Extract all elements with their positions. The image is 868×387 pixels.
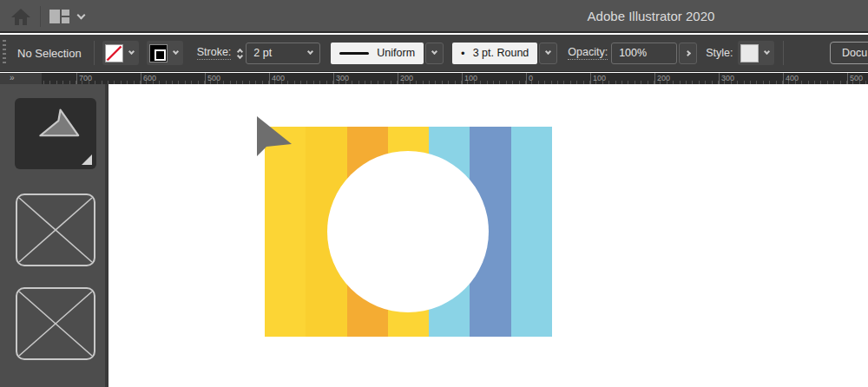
title-bar: Adobe Illustrator 2020	[0, 0, 868, 33]
width-profile-chevron-button[interactable]	[425, 43, 444, 64]
ruler-label: 200	[657, 73, 670, 83]
ruler-major-tick	[590, 73, 591, 84]
width-profile-value: Uniform	[377, 47, 415, 59]
ruler-label: 100	[593, 73, 606, 83]
mouse-cursor-icon	[253, 115, 292, 158]
stepper-down-icon[interactable]	[237, 53, 243, 59]
style-label: Style:	[706, 47, 733, 59]
control-bar: No Selection Stroke: 2 pt Uniform •	[0, 35, 868, 72]
ruler-label: 0	[529, 73, 533, 83]
ruler-label: 500	[850, 73, 863, 83]
ruler-label: 400	[272, 73, 285, 83]
ruler-label: 200	[400, 73, 413, 83]
drag-handle[interactable]	[3, 40, 6, 66]
ruler-major-tick	[847, 73, 848, 84]
brush-chevron-button[interactable]	[539, 43, 557, 64]
stroke-weight-value: 2 pt	[253, 47, 272, 59]
ruler-major-tick	[719, 73, 720, 84]
home-icon[interactable]	[10, 7, 31, 26]
empty-tool-slot[interactable]	[15, 193, 96, 267]
artwork-stripe[interactable]	[511, 127, 552, 337]
canvas[interactable]	[108, 84, 868, 387]
stroke-weight-stepper[interactable]	[238, 48, 242, 58]
tool-flyout-indicator	[82, 154, 92, 165]
ruler-major-tick	[462, 73, 463, 84]
empty-tool-slot[interactable]	[15, 286, 96, 361]
ruler-label: 400	[786, 73, 799, 83]
ruler-major-tick	[141, 73, 141, 84]
window-title: Adobe Illustrator 2020	[588, 9, 715, 23]
width-profile-dropdown[interactable]: Uniform	[331, 43, 424, 64]
illustrator-window: Adobe Illustrator 2020 No Selection Stro…	[0, 0, 868, 387]
fill-color-control[interactable]	[102, 41, 139, 65]
ruler-major-tick	[526, 73, 527, 84]
ruler-major-tick	[269, 73, 270, 84]
stroke-label[interactable]: Stroke:	[197, 46, 232, 60]
chevron-down-icon	[764, 49, 770, 55]
stroke-color-control[interactable]	[147, 41, 183, 65]
chevron-down-icon[interactable]	[77, 11, 86, 20]
ruler-label: 100	[464, 73, 477, 83]
horizontal-ruler: 7006005004003002001000100200300400500 »	[0, 73, 868, 84]
ruler-major-tick	[205, 73, 206, 84]
opacity-input[interactable]: 100%	[611, 43, 677, 64]
fill-none-swatch	[105, 44, 123, 62]
stroke-swatch	[149, 44, 168, 62]
ruler-major-tick	[76, 73, 77, 84]
opacity-value: 100%	[619, 47, 647, 59]
artwork-stripe[interactable]	[265, 127, 306, 337]
stroke-weight-input[interactable]: 2 pt	[246, 43, 320, 64]
ruler-major-tick	[333, 73, 334, 84]
toolbar-collapse-button[interactable]: »	[0, 73, 42, 84]
artwork[interactable]	[265, 127, 552, 337]
opacity-options-button[interactable]	[679, 43, 697, 64]
selection-tool-button[interactable]	[15, 98, 96, 169]
style-swatch	[740, 44, 759, 62]
brush-dropdown[interactable]: • 3 pt. Round	[452, 43, 537, 64]
style-control[interactable]	[738, 41, 774, 65]
opacity-label[interactable]: Opacity:	[568, 46, 608, 60]
ruler-label: 300	[336, 73, 349, 83]
ruler-major-tick	[783, 73, 784, 84]
ruler-label: 700	[79, 73, 92, 83]
arrange-documents-icon[interactable]	[49, 10, 69, 23]
document-setup-button[interactable]: Docu	[830, 42, 868, 64]
chevron-down-icon	[173, 49, 179, 55]
titlebar-separator	[40, 6, 41, 27]
controlbar-separator	[783, 41, 784, 65]
chevron-down-icon	[307, 49, 313, 55]
ruler-major-tick	[398, 73, 398, 84]
chevron-down-icon	[431, 49, 437, 55]
brush-dot-icon: •	[461, 48, 465, 59]
ruler-major-tick	[654, 73, 655, 84]
empty-slot-icon	[15, 193, 96, 267]
artwork-circle[interactable]	[327, 151, 489, 312]
chevron-right-icon	[685, 49, 691, 56]
uniform-profile-icon	[339, 52, 369, 55]
ruler-label: 500	[207, 73, 220, 83]
brush-value: 3 pt. Round	[473, 47, 529, 59]
empty-slot-icon	[15, 286, 96, 361]
controlbar-separator	[94, 41, 95, 65]
chevron-down-icon	[545, 49, 551, 55]
ruler-label: 300	[721, 73, 734, 83]
tool-panel	[0, 84, 105, 387]
chevron-down-icon	[128, 49, 135, 55]
selection-status: No Selection	[17, 47, 82, 60]
ruler-label: 600	[143, 73, 156, 83]
